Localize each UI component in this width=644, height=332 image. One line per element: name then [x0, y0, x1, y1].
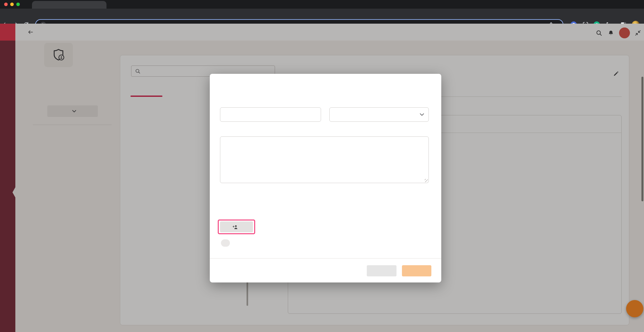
- browser-toolbar: G: [0, 9, 644, 24]
- window-zoom-button[interactable]: [16, 3, 20, 6]
- condition-chip: [221, 239, 230, 247]
- chevron-down-icon: [420, 113, 424, 116]
- window-minimize-button[interactable]: [10, 3, 14, 6]
- edit-members-highlight: [218, 220, 255, 234]
- group-name-field-wrap: [220, 107, 321, 122]
- edit-details-modal: [210, 74, 441, 282]
- browser-tab[interactable]: [32, 1, 106, 9]
- modal-members-avatars[interactable]: [259, 220, 300, 234]
- tags-select[interactable]: [329, 107, 429, 122]
- window-close-button[interactable]: [4, 3, 8, 6]
- description-textarea[interactable]: [220, 137, 428, 183]
- cancel-button[interactable]: [367, 265, 397, 276]
- window-scrollbar[interactable]: [641, 77, 643, 201]
- group-name-input[interactable]: [220, 108, 321, 121]
- browser-tab-bar: [0, 0, 644, 9]
- add-person-icon: [232, 224, 238, 230]
- resize-grip-icon[interactable]: [425, 179, 428, 182]
- modal-footer-divider: [210, 258, 441, 259]
- screenshot-root: G: [0, 0, 644, 332]
- edit-members-button[interactable]: [220, 221, 253, 232]
- save-button[interactable]: [402, 265, 431, 276]
- group-name-label: [220, 99, 221, 104]
- description-textarea-wrap: [220, 136, 429, 183]
